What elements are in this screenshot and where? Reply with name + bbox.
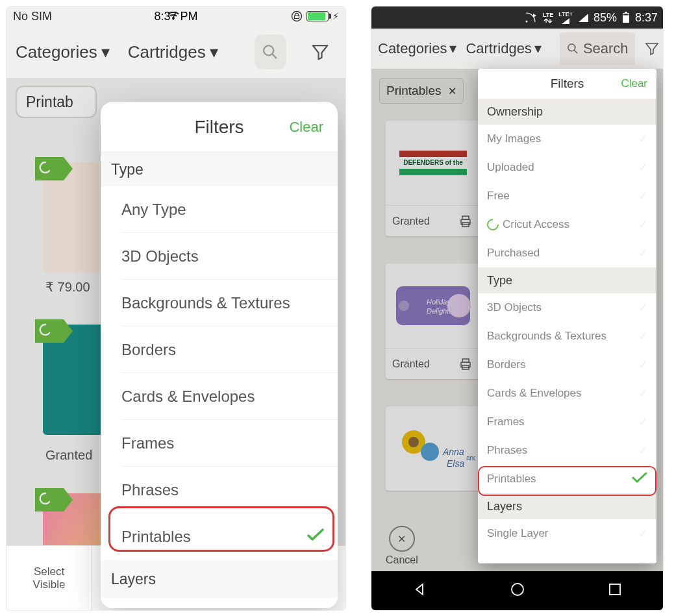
option-label: Frames [487, 415, 525, 428]
option-label: Uploaded [487, 161, 534, 174]
option-label: Backgrounds & Textures [121, 294, 290, 312]
ios-screenshot: No SIM 8:37 PM ⚡︎ Categories ▾ Cartridge… [6, 6, 345, 610]
categories-label: Categories [378, 40, 447, 57]
cartridges-dropdown[interactable]: Cartridges ▾ [128, 42, 218, 62]
option-label: 3D Objects [121, 247, 199, 265]
categories-dropdown[interactable]: Categories ▾ [16, 42, 110, 62]
option-label: Printables [121, 528, 191, 546]
android-status-bar: LTE LTE+ 85% 8:37 [371, 6, 663, 29]
section-header-layers: Layers [101, 560, 338, 598]
filter-option-phrases[interactable]: Phrases✓ [121, 467, 338, 513]
popover-title: Filters [551, 77, 584, 91]
select-visible-button[interactable]: Select Visible [6, 546, 92, 610]
option-label: Frames [121, 434, 174, 452]
search-button[interactable] [255, 34, 286, 69]
option-label: Single Layer [487, 527, 549, 540]
ios-toolbar: Categories ▾ Cartridges ▾ [6, 26, 345, 78]
svg-rect-5 [625, 12, 627, 13]
svg-point-30 [512, 584, 523, 595]
filter-option-uploaded[interactable]: Uploaded✓ [478, 153, 656, 182]
option-label: Phrases [121, 481, 179, 499]
funnel-icon [644, 41, 660, 56]
svg-rect-31 [610, 584, 620, 595]
filter-option-any-type[interactable]: Any Type✓ [121, 186, 338, 233]
check-faded-icon: ✓ [638, 218, 647, 232]
option-label: Cricut Access [503, 218, 569, 231]
option-label: Cards & Envelopes [487, 387, 582, 400]
filter-option-free[interactable]: Free✓ [478, 182, 656, 210]
filter-option-frames[interactable]: Frames✓ [478, 408, 656, 436]
section-header-type: Type [478, 267, 656, 293]
clear-button[interactable]: Clear [289, 119, 323, 136]
filter-option-3d-objects[interactable]: 3D Objects✓ [478, 293, 656, 322]
option-label: My Images [487, 132, 541, 145]
android-nav-bar [371, 571, 663, 610]
filter-option-cricut-access[interactable]: Cricut Access✓ [478, 210, 656, 239]
section-header-layers: Layers [478, 493, 656, 519]
check-faded-icon: ✓ [638, 444, 647, 458]
svg-line-2 [273, 55, 277, 58]
filter-button[interactable] [305, 34, 336, 69]
check-faded-icon: ✓ [638, 161, 647, 175]
svg-point-3 [525, 21, 527, 23]
cartridges-label: Cartridges [128, 42, 206, 62]
recents-button[interactable] [608, 582, 622, 599]
chevron-down-icon: ▾ [449, 40, 456, 57]
check-faded-icon: ✓ [638, 330, 647, 343]
filter-option-purchased[interactable]: Purchased✓ [478, 239, 656, 267]
battery-percent-label: 85% [593, 11, 617, 25]
option-label: Phrases [487, 444, 527, 457]
option-label: Free [487, 190, 510, 203]
clear-button[interactable]: Clear [621, 77, 647, 90]
back-button[interactable] [412, 582, 428, 600]
categories-dropdown[interactable]: Categories ▾ [378, 40, 456, 57]
check-faded-icon: ✓ [638, 301, 647, 315]
section-header-ownership: Ownership [478, 99, 656, 125]
filter-option-my-images[interactable]: My Images✓ [478, 125, 656, 153]
filter-option-phrases[interactable]: Phrases✓ [478, 436, 656, 465]
filter-option-borders[interactable]: Borders✓ [478, 351, 656, 379]
clock-label: 8:37 PM [6, 10, 345, 23]
check-icon [306, 528, 325, 546]
filter-button[interactable] [644, 41, 660, 56]
filter-option-borders[interactable]: Borders✓ [121, 326, 338, 373]
option-label: Purchased [487, 247, 540, 260]
popover-title: Filters [194, 117, 244, 138]
option-label: Borders [487, 358, 526, 371]
filter-option-backgrounds[interactable]: Backgrounds & Textures✓ [478, 322, 656, 351]
filter-option-cards[interactable]: Cards & Envelopes✓ [478, 379, 656, 408]
battery-icon [306, 11, 329, 21]
volte-icon [525, 12, 538, 23]
filters-popover: Filters Clear Type Any Type✓ 3D Objects✓… [101, 102, 338, 608]
filter-option-printables[interactable]: Printables [121, 513, 338, 560]
svg-line-8 [574, 51, 577, 53]
filter-option-printables[interactable]: Printables [478, 465, 656, 493]
filters-popover: Filters Clear Ownership My Images✓ Uploa… [478, 69, 656, 563]
popover-header: Filters Clear [101, 102, 338, 153]
filter-option-3d-objects[interactable]: 3D Objects✓ [121, 233, 338, 280]
android-screenshot: LTE LTE+ 85% 8:37 Categories ▾ Cartridge… [371, 6, 663, 610]
option-label: Borders [121, 341, 176, 359]
search-icon [566, 42, 579, 55]
filter-option-single-layer[interactable]: Single Layer✓ [478, 519, 656, 548]
select-visible-label-2: Visible [33, 578, 66, 591]
signal-icon [578, 13, 588, 22]
cartridges-dropdown[interactable]: Cartridges ▾ [466, 40, 541, 57]
chevron-down-icon: ▾ [534, 40, 542, 57]
filter-option-frames[interactable]: Frames✓ [121, 420, 338, 467]
filter-option-cards[interactable]: Cards & Envelopes✓ [121, 373, 338, 420]
search-icon [261, 43, 279, 61]
search-input[interactable]: Search [560, 32, 635, 65]
lte-plus-icon: LTE+ [558, 12, 573, 24]
search-placeholder: Search [583, 40, 629, 57]
option-label: Backgrounds & Textures [487, 330, 606, 343]
home-button[interactable] [510, 582, 525, 600]
check-faded-icon: ✓ [638, 247, 647, 260]
svg-rect-6 [623, 14, 629, 16]
lte-icon: LTE [543, 12, 553, 23]
select-visible-label-1: Select [34, 565, 64, 578]
filter-option-backgrounds[interactable]: Backgrounds & Textures✓ [121, 280, 338, 326]
chevron-down-icon: ▾ [101, 42, 110, 62]
battery-icon [622, 12, 630, 23]
check-faded-icon: ✓ [638, 415, 647, 429]
